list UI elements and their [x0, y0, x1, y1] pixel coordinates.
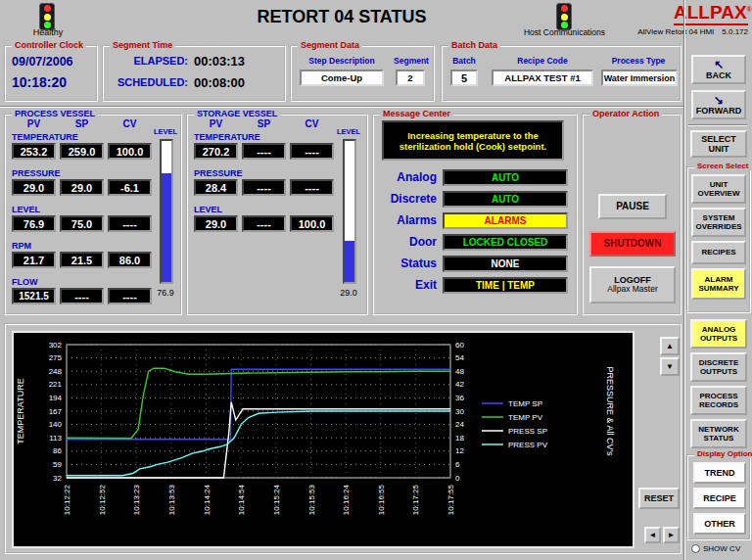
press-sp-value: ---- [242, 179, 286, 196]
process-type-label: Process Type [599, 56, 678, 66]
clock-time: 10:18:20 [12, 74, 67, 90]
scheduled-value: 00:08:00 [194, 75, 245, 90]
scroll-left-button[interactable]: ◄ [644, 527, 661, 543]
svg-text:54: 54 [455, 353, 464, 362]
storage-level-value: 29.0 [330, 288, 367, 298]
cv-column-header: CV [290, 118, 334, 129]
press-pv-value: 28.4 [194, 179, 238, 196]
reset-button[interactable]: RESET [638, 488, 680, 509]
cv-column-header: CV [108, 118, 152, 129]
exit-label: Exit [376, 278, 437, 292]
status-status: NONE [443, 256, 568, 272]
shutdown-button[interactable]: SHUTDOWN [589, 231, 676, 257]
logoff-line2: Allpax Master [607, 285, 658, 295]
forward-arrow-icon: ↘ [714, 94, 724, 106]
svg-text:TEMP PV: TEMP PV [508, 413, 543, 422]
scheduled-label: SCHEDULED: [104, 76, 188, 88]
trend-panel: 3022752482211941671401138659326054484236… [4, 323, 682, 554]
host-comm-traffic-light-icon [556, 3, 572, 30]
back-arrow-icon: ↖ [714, 59, 724, 70]
forward-button[interactable]: ↘ FORWARD [691, 90, 746, 119]
level-cv-value: ---- [108, 215, 152, 232]
controller-clock-title: Controller Clock [12, 40, 86, 50]
app-name: AllView Retort 04 HMI [637, 27, 714, 36]
svg-text:12: 12 [455, 446, 464, 455]
svg-text:140: 140 [49, 420, 63, 429]
app-info: AllView Retort 04 HMI 5.0.172 [584, 27, 748, 36]
row-label: TEMPERATURE [12, 132, 78, 142]
red-light [561, 5, 568, 12]
back-button[interactable]: ↖ BACK [691, 55, 746, 84]
segment-time-title: Segment Time [110, 40, 175, 50]
svg-text:48: 48 [455, 367, 464, 376]
svg-text:167: 167 [49, 407, 63, 416]
svg-text:10:13:23: 10:13:23 [132, 484, 141, 515]
controller-clock-panel: Controller Clock 09/07/2006 10:18:20 [4, 45, 98, 102]
logoff-button[interactable]: LOGOFF Allpax Master [589, 266, 676, 303]
unit-overview-button[interactable]: UNIT OVERVIEW [691, 174, 746, 204]
recipes-button[interactable]: RECIPES [691, 241, 746, 264]
trend-chart: 3022752482211941671401138659326054484236… [12, 331, 634, 548]
display-options-group: Display Options TREND RECIPE OTHER [686, 454, 751, 540]
recipe-button[interactable]: RECIPE [693, 488, 746, 509]
analog-outputs-button[interactable]: ANALOG OUTPUTS [690, 319, 747, 349]
svg-text:PRESS PV: PRESS PV [508, 441, 548, 449]
storage-level-bar [343, 139, 356, 284]
svg-text:10:15:53: 10:15:53 [307, 484, 316, 515]
back-label: BACK [706, 70, 731, 80]
show-cv-radio[interactable] [691, 544, 700, 553]
press-cv-value: -6.1 [108, 179, 152, 196]
storage-vessel-title: STORAGE VESSEL [194, 109, 280, 118]
segment-data-panel: Segment Data Step Description Come-Up Se… [290, 45, 435, 102]
other-button[interactable]: OTHER [693, 513, 746, 535]
process-level-fill [162, 173, 171, 282]
level-pv-value: 29.0 [194, 215, 238, 232]
discrete-outputs-button[interactable]: DISCRETE OUTPUTS [690, 352, 747, 382]
svg-text:113: 113 [49, 434, 62, 443]
svg-text:60: 60 [455, 341, 464, 350]
hmi-screen: Healthy RETORT 04 STATUS Host Communicat… [0, 0, 752, 560]
alarm-summary-button[interactable]: ALARM SUMMARY [691, 268, 746, 300]
recipe-code-value: ALLPAX TEST #1 [492, 70, 593, 86]
healthy-label: Healthy [18, 27, 78, 37]
network-status-button[interactable]: NETWORK STATUS [690, 419, 747, 448]
scroll-up-button[interactable]: ▲ [660, 337, 680, 355]
press-cv-value: ---- [290, 179, 334, 196]
svg-text:302: 302 [49, 341, 63, 350]
svg-text:10:16:55: 10:16:55 [377, 484, 386, 515]
row-label: FLOW [12, 277, 38, 287]
page-title: RETORT 04 STATUS [0, 7, 683, 27]
trend-chart-svg: 3022752482211941671401138659326054484236… [14, 333, 633, 546]
row-label: PRESSURE [194, 168, 243, 178]
sidebar-divider [683, 0, 685, 560]
process-type-value: Water Immersion [601, 70, 678, 86]
process-records-button[interactable]: PROCESS RECORDS [690, 386, 747, 415]
trend-button[interactable]: TREND [693, 462, 746, 484]
screen-select-title: Screen Select [694, 162, 751, 170]
select-unit-button[interactable]: SELECT UNIT [690, 130, 747, 158]
segment-time-panel: Segment Time ELAPSED: 00:03:13 SCHEDULED… [102, 45, 286, 102]
svg-text:TEMP SP: TEMP SP [508, 399, 542, 408]
process-vessel-panel: PROCESS VESSEL PV SP CV TEMPERATURE 253.… [4, 114, 182, 315]
svg-text:10:14:54: 10:14:54 [237, 484, 246, 515]
svg-text:18: 18 [455, 434, 464, 443]
batch-data-panel: Batch Data Batch 5 Recipe Code ALLPAX TE… [441, 45, 682, 102]
system-overrides-button[interactable]: SYSTEM OVERRIDES [691, 208, 746, 237]
elapsed-label: ELAPSED: [104, 55, 188, 67]
svg-text:10:17:55: 10:17:55 [446, 484, 455, 515]
press-pv-value: 29.0 [12, 179, 56, 196]
svg-text:86: 86 [53, 446, 62, 455]
scroll-down-button[interactable]: ▼ [660, 357, 680, 376]
storage-level-fill [345, 241, 354, 282]
svg-text:10:17:25: 10:17:25 [411, 484, 420, 515]
pause-button[interactable]: PAUSE [598, 194, 667, 219]
show-cv-label: SHOW CV [703, 544, 740, 553]
screen-select-group: Screen Select UNIT OVERVIEW SYSTEM OVERR… [686, 166, 751, 313]
svg-text:10:13:53: 10:13:53 [167, 484, 176, 515]
svg-text:248: 248 [49, 367, 63, 376]
svg-text:0: 0 [455, 474, 460, 483]
operator-action-title: Operator Action [589, 109, 662, 118]
scroll-right-button[interactable]: ► [663, 527, 680, 543]
show-cv-option[interactable]: SHOW CV [691, 544, 740, 553]
rpm-sp-value: 21.5 [60, 252, 104, 268]
